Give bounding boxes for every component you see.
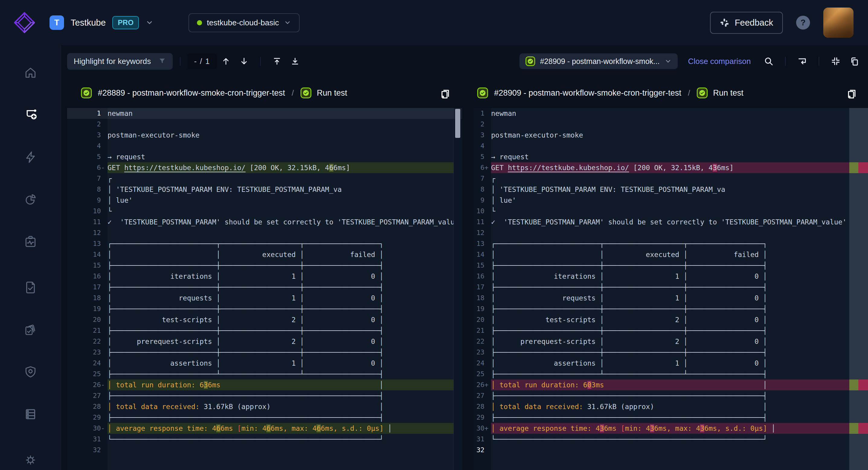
next-match-button[interactable]	[235, 57, 253, 66]
testkube-logo-icon[interactable]	[13, 11, 36, 34]
log-line: 7┌	[67, 173, 462, 184]
sidebar-item-test-workflows[interactable]	[23, 108, 38, 122]
right-panel-header: #28909 - postman-workflow-smoke-cron-tri…	[473, 78, 868, 108]
log-viewer[interactable]: 1newman23postman-executor-smoke45→ reque…	[473, 108, 868, 470]
log-text: → request	[491, 152, 868, 162]
diff-marker	[101, 108, 107, 119]
diff-marker	[101, 445, 107, 456]
log-viewer[interactable]: 1newman23postman-executor-smoke45→ reque…	[67, 108, 462, 470]
log-line: 12	[67, 228, 462, 238]
copy-log-button[interactable]	[846, 87, 857, 99]
line-number: 9	[473, 195, 485, 206]
sidebar-item-insights[interactable]	[24, 193, 37, 206]
execution-name[interactable]: #28909 - postman-workflow-smoke-cron-tri…	[494, 89, 681, 98]
diff-mark-left	[849, 423, 858, 434]
overview-ruler[interactable]	[849, 108, 868, 470]
scroll-to-top-button[interactable]	[268, 57, 286, 66]
header-actions: Feedback ?	[710, 7, 868, 38]
log-line: 30-│ average response time: 466ms [min: …	[67, 423, 462, 434]
line-number: 10	[67, 206, 101, 216]
vertical-scrollbar[interactable]	[453, 108, 462, 470]
search-button[interactable]	[759, 57, 778, 66]
diff-marker	[101, 325, 107, 336]
line-number: 7	[67, 173, 101, 184]
diff-marker	[485, 130, 491, 141]
log-text: GET https://testkube.kubeshop.io/ [200 O…	[491, 162, 868, 173]
close-comparison-link[interactable]: Close comparison	[688, 57, 751, 66]
line-number: 20	[67, 314, 101, 325]
log-line: 17├─────────────────────────┼───────────…	[473, 282, 868, 293]
sidebar-item-home[interactable]	[24, 66, 37, 80]
user-avatar[interactable]	[823, 7, 854, 38]
log-text: ├─────────────────────────┼─────────────…	[491, 347, 868, 358]
scrollbar-thumb[interactable]	[455, 109, 460, 138]
line-number: 22	[473, 336, 485, 347]
log-line: 31└─────────────────────────────────────…	[67, 434, 462, 445]
settings-icon	[24, 453, 37, 467]
step-name[interactable]: Run test	[317, 89, 347, 98]
log-text: │ 'TESTKUBE_POSTMAN_PARAM ENV: TESTKUBE_…	[491, 184, 868, 195]
previous-match-button[interactable]	[217, 57, 235, 66]
log-text: ├───────────────────────────────────────…	[107, 390, 454, 401]
sidebar-item-executors[interactable]	[24, 365, 37, 379]
sidebar-item-tests[interactable]	[24, 280, 37, 295]
log-line: 11✓ 'TESTKUBE_POSTMAN_PARAM' should be s…	[67, 216, 462, 228]
keyword-highlight-label: Highlight for keywords	[74, 57, 151, 66]
log-line: 2	[473, 119, 868, 130]
line-number: 23	[473, 347, 485, 358]
line-number: 5	[473, 152, 485, 162]
line-number: 6	[473, 162, 485, 173]
copy-icon	[439, 87, 451, 99]
execution-name[interactable]: #28889 - postman-workflow-smoke-cron-tri…	[98, 89, 285, 98]
log-text	[107, 445, 454, 456]
log-text: ├─────────────────────────┼─────────────…	[107, 282, 454, 293]
sidebar-item-sources[interactable]	[24, 407, 37, 421]
line-number: 8	[473, 184, 485, 195]
log-line: 18│ requests │ 1 │ 0 │	[473, 293, 868, 303]
copy-all-button[interactable]	[845, 57, 864, 66]
log-text: │ │ executed │ failed │	[107, 249, 454, 260]
log-line: 13┌─────────────────────────┬───────────…	[67, 238, 462, 249]
line-number: 30	[473, 423, 485, 434]
collapse-view-button[interactable]	[826, 57, 845, 66]
sidebar-item-triggers[interactable]	[24, 150, 37, 164]
log-line: 3postman-executor-smoke	[67, 130, 462, 141]
log-line: 26+│ total run duration: 603ms │	[473, 379, 868, 390]
org-selector[interactable]: T Testkube PRO	[50, 15, 153, 30]
step-name[interactable]: Run test	[713, 89, 744, 98]
scroll-to-bottom-button[interactable]	[286, 57, 304, 66]
log-text: │ requests │ 1 │ 0 │	[107, 293, 454, 303]
line-number: 26	[67, 379, 101, 390]
log-line: 14│ │ executed │ failed │	[473, 249, 868, 260]
log-body: 1newman23postman-executor-smoke45→ reque…	[473, 108, 868, 456]
sidebar-item-settings[interactable]	[24, 453, 37, 467]
log-line: 9│ lue'	[473, 195, 868, 206]
log-text: │ average response time: 466ms [min: 466…	[107, 423, 454, 434]
help-icon[interactable]: ?	[796, 16, 810, 30]
log-line: 27├─────────────────────────────────────…	[67, 390, 462, 401]
run-status-icon	[477, 88, 488, 98]
log-text: │ iterations │ 1 │ 0 │	[491, 271, 868, 282]
log-line: 27├─────────────────────────────────────…	[473, 390, 868, 401]
copy-log-button[interactable]	[439, 87, 451, 99]
word-wrap-button[interactable]	[793, 57, 811, 66]
sidebar-item-test-suites[interactable]	[23, 323, 38, 337]
environment-selector[interactable]: testkube-cloud-basic	[188, 13, 299, 32]
diff-marker	[485, 228, 491, 238]
log-line: 14│ │ executed │ failed │	[67, 249, 462, 260]
log-text: │ prerequest-scripts │ 2 │ 0 │	[491, 336, 868, 347]
sidebar-item-status-pages[interactable]	[24, 235, 37, 248]
chevron-down-icon	[284, 19, 291, 26]
diff-marker	[485, 238, 491, 249]
log-text: postman-executor-smoke	[107, 130, 454, 141]
copy-icon	[846, 87, 857, 99]
feedback-button[interactable]: Feedback	[710, 12, 783, 34]
line-number: 25	[67, 369, 101, 379]
diff-marker	[101, 434, 107, 445]
comparison-run-selector[interactable]: #28909 - postman-workflow-smok...	[520, 54, 678, 69]
scroll-top-icon	[272, 57, 281, 66]
line-number: 17	[473, 282, 485, 293]
log-line: 31└─────────────────────────────────────…	[473, 434, 868, 445]
log-line: 4	[473, 141, 868, 152]
keyword-highlight-input[interactable]: Highlight for keywords	[67, 53, 173, 70]
